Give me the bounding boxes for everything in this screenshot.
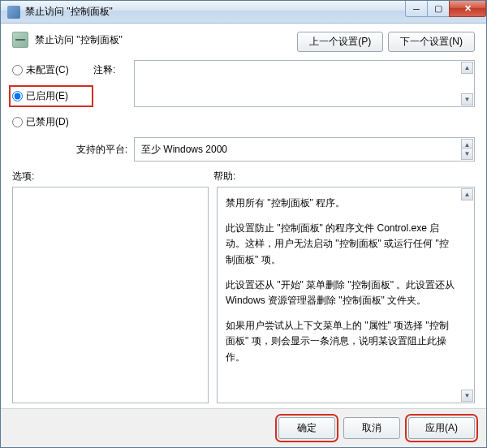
radio-enabled-input[interactable] (12, 91, 23, 101)
scroll-up-icon[interactable]: ▲ (461, 188, 473, 200)
options-panel (12, 187, 209, 403)
panels-row: 禁用所有 "控制面板" 程序。 此设置防止 "控制面板" 的程序文件 Contr… (12, 187, 475, 403)
scroll-up-icon[interactable]: ▲ (461, 62, 473, 74)
radio-column: 未配置(C) 已启用(E) 已禁用(D) (12, 60, 93, 129)
comment-label: 注释: (93, 60, 134, 77)
window-title: 禁止访问 "控制面板" (25, 5, 113, 19)
titlebar: 禁止访问 "控制面板" ─ ▢ ✕ (1, 1, 486, 24)
content-area: 禁止访问 "控制面板" 上一个设置(P) 下一个设置(N) 未配置(C) 已启用… (1, 24, 486, 408)
footer: 确定 取消 应用(A) (1, 408, 486, 447)
close-button[interactable]: ✕ (449, 1, 486, 17)
help-paragraph: 禁用所有 "控制面板" 程序。 (226, 196, 456, 211)
window-controls: ─ ▢ ✕ (406, 1, 486, 17)
enabled-highlight: 已启用(E) (9, 85, 93, 107)
scroll-down-icon[interactable]: ▼ (461, 148, 473, 160)
radio-disabled-label: 已禁用(D) (26, 115, 69, 129)
cancel-button[interactable]: 取消 (343, 417, 400, 439)
policy-icon (12, 32, 28, 48)
radio-not-configured[interactable]: 未配置(C) (12, 63, 93, 77)
radio-enabled-label: 已启用(E) (26, 89, 68, 103)
help-label: 帮助: (213, 170, 235, 183)
radio-disabled[interactable]: 已禁用(D) (12, 115, 93, 129)
panels-header: 选项: 帮助: (12, 170, 475, 183)
scroll-down-icon[interactable]: ▼ (461, 93, 473, 106)
help-paragraph: 此设置防止 "控制面板" 的程序文件 Control.exe 启动。这样，用户无… (226, 221, 456, 268)
maximize-button[interactable]: ▢ (427, 1, 450, 17)
policy-title: 禁止访问 "控制面板" (35, 33, 123, 47)
comment-textarea[interactable]: ▲ ▼ (134, 60, 475, 107)
radio-not-configured-input[interactable] (12, 65, 23, 75)
radio-not-configured-label: 未配置(C) (26, 63, 69, 77)
prev-setting-button[interactable]: 上一个设置(P) (297, 32, 383, 52)
header-row: 禁止访问 "控制面板" 上一个设置(P) 下一个设置(N) (12, 32, 475, 52)
next-setting-button[interactable]: 下一个设置(N) (388, 32, 475, 52)
options-label: 选项: (12, 170, 213, 183)
platform-value: 至少 Windows 2000 (141, 144, 227, 155)
apply-button[interactable]: 应用(A) (408, 417, 475, 439)
help-paragraph: 如果用户尝试从上下文菜单上的 "属性" 项选择 "控制面板" 项，则会显示一条消… (226, 318, 456, 365)
help-content: 禁用所有 "控制面板" 程序。 此设置防止 "控制面板" 的程序文件 Contr… (218, 187, 474, 383)
app-icon (7, 6, 20, 19)
config-row: 未配置(C) 已启用(E) 已禁用(D) 注释: ▲ ▼ (12, 60, 475, 129)
help-panel: 禁用所有 "控制面板" 程序。 此设置防止 "控制面板" 的程序文件 Contr… (217, 187, 475, 403)
radio-enabled[interactable]: 已启用(E) (12, 89, 87, 103)
help-paragraph: 此设置还从 "开始" 菜单删除 "控制面板" 。此设置还从 Windows 资源… (226, 278, 456, 308)
minimize-button[interactable]: ─ (405, 1, 428, 17)
platform-label: 支持的平台: (12, 143, 134, 157)
platform-box: 至少 Windows 2000 ▲ ▼ (134, 137, 475, 162)
platform-row: 支持的平台: 至少 Windows 2000 ▲ ▼ (12, 137, 475, 162)
ok-button[interactable]: 确定 (278, 417, 335, 439)
scroll-down-icon[interactable]: ▼ (461, 390, 473, 402)
radio-disabled-input[interactable] (12, 117, 23, 127)
dialog-window: 禁止访问 "控制面板" ─ ▢ ✕ 禁止访问 "控制面板" 上一个设置(P) 下… (0, 0, 487, 448)
